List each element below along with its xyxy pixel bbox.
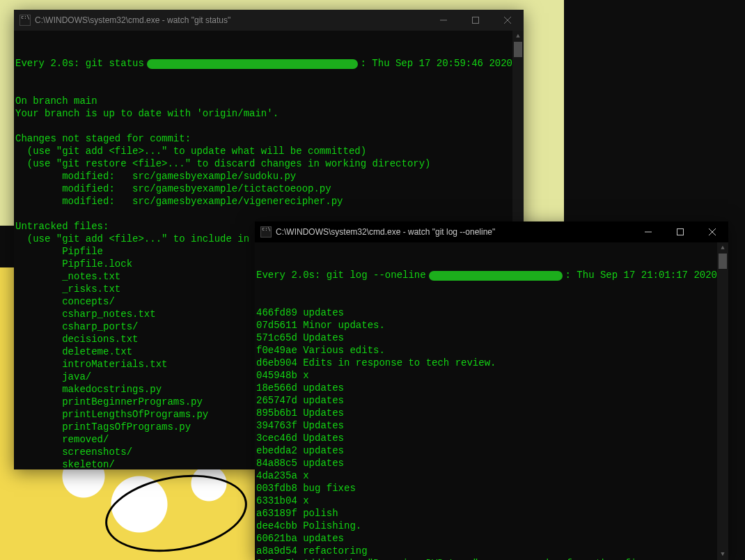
watch-timestamp: : Thu Sep 17 20:59:46 2020 [361,57,524,70]
close-button[interactable] [492,10,524,31]
titlebar[interactable]: C:\WINDOWS\system32\cmd.exe - watch "git… [255,221,728,242]
cmd-icon [260,226,272,238]
close-button[interactable] [696,221,728,242]
minimize-button[interactable] [428,10,460,31]
scroll-down-button[interactable]: ▼ [717,549,728,560]
scroll-thumb[interactable] [719,254,727,269]
maximize-button[interactable] [460,10,492,31]
scroll-up-button[interactable]: ▲ [717,242,728,254]
watch-header-row: Every 2.0s: git log --oneline : Thu Sep … [256,269,728,281]
minimize-button[interactable] [632,221,664,242]
titlebar[interactable]: C:\WINDOWS\system32\cmd.exe - watch "git… [14,10,524,31]
watch-header-row: Every 2.0s: git status : Thu Sep 17 20:5… [15,57,524,70]
window-title: C:\WINDOWS\system32\cmd.exe - watch "git… [35,15,428,25]
svg-rect-1 [473,17,479,24]
terminal-output: 466fd89 updates 07d5611 Minor updates. 5… [256,306,728,560]
terminal-content[interactable]: Every 2.0s: git log --oneline : Thu Sep … [255,242,728,560]
maximize-button[interactable] [664,221,696,242]
watch-interval-text: Every 2.0s: git status [15,57,144,70]
scroll-thumb[interactable] [514,42,522,57]
redacted-hostname [147,59,358,69]
scroll-up-button[interactable]: ▲ [512,31,524,42]
window-controls [428,10,524,31]
watch-timestamp: : Thu Sep 17 21:01:17 2020 [565,269,728,281]
redacted-hostname [429,271,563,281]
watch-interval-text: Every 2.0s: git log --oneline [256,269,426,281]
scrollbar[interactable]: ▲ ▼ [717,242,728,560]
svg-rect-5 [677,229,684,235]
cmd-icon [19,15,31,26]
window-controls [632,221,728,242]
window-title: C:\WINDOWS\system32\cmd.exe - watch "git… [276,227,632,237]
cmd-window-git-log[interactable]: C:\WINDOWS\system32\cmd.exe - watch "git… [255,221,728,560]
